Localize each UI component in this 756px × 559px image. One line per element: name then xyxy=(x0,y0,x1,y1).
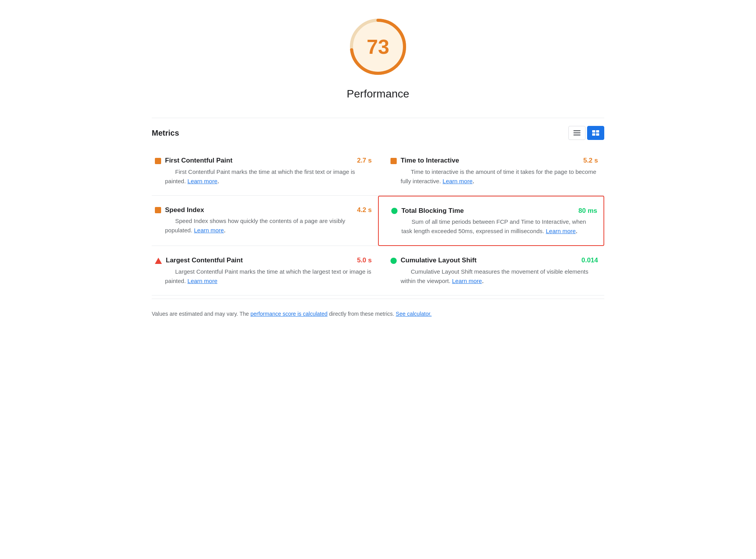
list-view-button[interactable] xyxy=(568,126,586,140)
svg-rect-3 xyxy=(573,130,580,131)
table-view-button[interactable] xyxy=(587,126,604,140)
metric-tbt-learn-more[interactable]: Learn more xyxy=(546,228,576,234)
metric-tbt-name-row: Total Blocking Time xyxy=(391,206,464,216)
metric-lcp-name: Largest Contentful Paint xyxy=(166,255,243,265)
metric-cls: Cumulative Layout Shift 0.014 Cumulative… xyxy=(378,246,604,295)
metric-tti-desc: Time to interactive is the amount of tim… xyxy=(401,168,596,184)
metric-si-header: Speed Index 4.2 s xyxy=(155,205,372,215)
table-icon xyxy=(592,130,599,136)
cls-period: . xyxy=(482,278,483,284)
svg-rect-5 xyxy=(573,134,580,136)
metric-si-name: Speed Index xyxy=(165,205,204,215)
metric-fcp-name-row: First Contentful Paint xyxy=(155,156,232,166)
metric-tti-name-row: Time to Interactive xyxy=(390,156,459,166)
metrics-title: Metrics xyxy=(152,127,179,139)
tbt-period: . xyxy=(576,228,577,234)
view-toggle xyxy=(568,126,604,140)
metric-lcp-value: 5.0 s xyxy=(357,255,372,265)
footer-link-see-calculator[interactable]: See calculator. xyxy=(396,311,432,317)
si-period: . xyxy=(224,227,225,234)
metric-si-desc: Speed Index shows how quickly the conten… xyxy=(165,218,345,234)
footer-link-calculator[interactable]: performance score is calculated xyxy=(250,311,328,317)
metric-tti-learn-more[interactable]: Learn more xyxy=(443,178,473,184)
tti-period: . xyxy=(472,178,474,184)
score-label: Performance xyxy=(347,86,409,102)
metric-lcp-desc-block: Largest Contentful Paint marks the time … xyxy=(165,267,372,286)
metric-lcp-header: Largest Contentful Paint 5.0 s xyxy=(155,255,372,265)
metric-fcp-desc-block: First Contentful Paint marks the time at… xyxy=(165,167,372,186)
metric-lcp: Largest Contentful Paint 5.0 s Largest C… xyxy=(152,246,378,295)
metric-tti-name: Time to Interactive xyxy=(401,156,459,166)
score-section: 73 Performance xyxy=(152,16,604,102)
score-circle: 73 xyxy=(347,16,409,78)
score-value: 73 xyxy=(367,32,389,62)
tti-icon xyxy=(390,158,397,164)
metric-tbt-header: Total Blocking Time 80 ms xyxy=(391,206,597,216)
metric-cls-value: 0.014 xyxy=(581,255,598,265)
metrics-section: Metrics xyxy=(152,118,604,295)
tbt-icon xyxy=(391,208,398,214)
footer-note: Values are estimated and may vary. The p… xyxy=(152,299,604,322)
metric-tti: Time to Interactive 5.2 s Time to intera… xyxy=(378,146,604,196)
svg-rect-8 xyxy=(592,133,595,136)
metric-cls-name: Cumulative Layout Shift xyxy=(401,255,477,265)
metric-cls-desc: Cumulative Layout Shift measures the mov… xyxy=(401,268,588,284)
svg-rect-4 xyxy=(573,133,580,134)
page-container: 73 Performance Metrics xyxy=(128,0,628,338)
metric-si: Speed Index 4.2 s Speed Index shows how … xyxy=(152,196,378,246)
metric-lcp-name-row: Largest Contentful Paint xyxy=(155,255,243,265)
metric-fcp-value: 2.7 s xyxy=(357,156,372,166)
metric-si-desc-block: Speed Index shows how quickly the conten… xyxy=(165,216,372,235)
metric-tti-header: Time to Interactive 5.2 s xyxy=(390,156,598,166)
footer-text-middle: directly from these metrics. xyxy=(329,311,396,317)
metric-tti-desc-block: Time to interactive is the amount of tim… xyxy=(401,167,598,186)
cls-icon xyxy=(390,258,397,264)
fcp-icon xyxy=(155,158,161,164)
metrics-header: Metrics xyxy=(152,118,604,146)
metric-lcp-learn-more[interactable]: Learn more xyxy=(188,278,218,284)
metric-cls-desc-block: Cumulative Layout Shift measures the mov… xyxy=(401,267,598,286)
metric-fcp-learn-more[interactable]: Learn more xyxy=(188,178,218,184)
list-icon xyxy=(573,130,580,136)
metrics-grid: First Contentful Paint 2.7 s First Conte… xyxy=(152,146,604,295)
metric-si-learn-more[interactable]: Learn more xyxy=(194,227,224,234)
metric-tbt-value: 80 ms xyxy=(579,206,597,216)
metric-tbt-name: Total Blocking Time xyxy=(401,206,464,216)
metric-cls-learn-more[interactable]: Learn more xyxy=(452,278,482,284)
si-icon xyxy=(155,207,161,213)
metric-cls-name-row: Cumulative Layout Shift xyxy=(390,255,477,265)
metric-cls-header: Cumulative Layout Shift 0.014 xyxy=(390,255,598,265)
metric-fcp-name: First Contentful Paint xyxy=(165,156,232,166)
svg-rect-6 xyxy=(592,130,595,133)
lcp-icon xyxy=(155,258,162,264)
metric-fcp-header: First Contentful Paint 2.7 s xyxy=(155,156,372,166)
metric-fcp: First Contentful Paint 2.7 s First Conte… xyxy=(152,146,378,196)
svg-rect-9 xyxy=(596,133,599,136)
metric-si-value: 4.2 s xyxy=(357,205,372,215)
metric-tbt-desc-block: Sum of all time periods between FCP and … xyxy=(401,217,597,236)
svg-rect-7 xyxy=(596,130,599,133)
metric-tti-value: 5.2 s xyxy=(583,156,598,166)
footer-text-before: Values are estimated and may vary. The xyxy=(152,311,250,317)
fcp-period: . xyxy=(217,178,219,184)
metric-tbt: Total Blocking Time 80 ms Sum of all tim… xyxy=(378,196,604,246)
metric-si-name-row: Speed Index xyxy=(155,205,204,215)
